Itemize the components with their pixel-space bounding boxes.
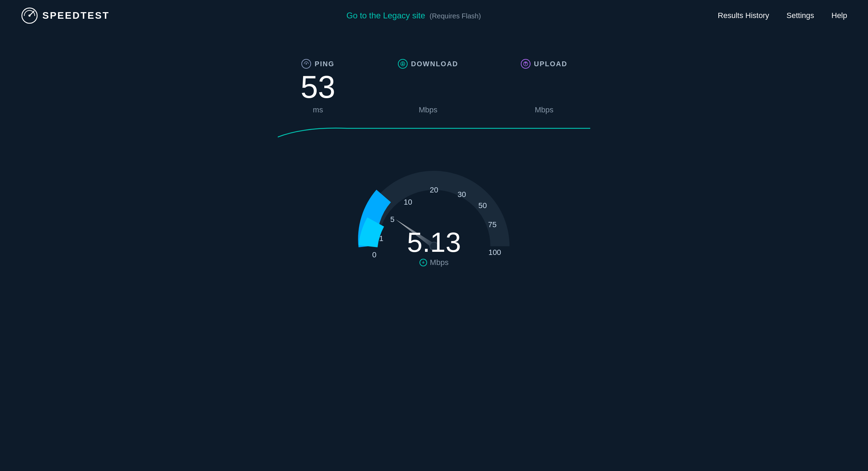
ping-label: PING (301, 59, 334, 69)
download-stat: DOWNLOAD Mbps (398, 59, 458, 114)
download-label: DOWNLOAD (398, 59, 458, 69)
ping-unit: ms (313, 105, 323, 114)
gauge-container: 0 1 5 10 20 30 50 75 100 (347, 139, 521, 284)
svg-text:5: 5 (390, 215, 394, 224)
settings-link[interactable]: Settings (786, 11, 814, 20)
speedtest-logo-icon (21, 7, 38, 24)
logo-text: SPEEDTEST (42, 10, 109, 21)
gauge-center-value: 5.13 Mbps (407, 229, 461, 267)
upload-value (540, 71, 549, 103)
help-link[interactable]: Help (832, 11, 847, 20)
legacy-link[interactable]: Go to the Legacy site (Requires Flash) (347, 11, 481, 20)
logo[interactable]: SPEEDTEST (21, 7, 109, 24)
progress-line-svg (278, 125, 590, 139)
upload-icon (521, 59, 531, 69)
svg-text:10: 10 (404, 198, 412, 206)
ping-value: 53 (301, 71, 335, 103)
svg-text:30: 30 (458, 190, 466, 199)
svg-point-2 (306, 63, 307, 65)
download-value (424, 71, 432, 103)
gauge-unit: Mbps (430, 258, 449, 267)
ping-stat: PING 53 ms (301, 59, 335, 114)
upload-stat: UPLOAD Mbps (521, 59, 567, 114)
gauge-unit-row: Mbps (407, 258, 461, 267)
download-icon (398, 59, 408, 69)
download-unit: Mbps (419, 105, 437, 114)
stats-row: PING 53 ms DOWNLOAD Mbps (301, 59, 568, 114)
svg-text:100: 100 (489, 248, 501, 257)
gauge-download-icon (419, 259, 427, 266)
upload-label: UPLOAD (521, 59, 567, 69)
header-nav: Results History Settings Help (718, 11, 847, 20)
svg-text:20: 20 (430, 186, 438, 194)
svg-text:0: 0 (372, 250, 376, 259)
svg-point-1 (28, 15, 31, 17)
upload-unit: Mbps (535, 105, 553, 114)
ping-icon (301, 59, 311, 69)
progress-line-container (278, 125, 590, 139)
legacy-link-area[interactable]: Go to the Legacy site (Requires Flash) (347, 11, 481, 20)
results-history-link[interactable]: Results History (718, 11, 769, 20)
requires-flash-note: (Requires Flash) (429, 12, 481, 20)
svg-text:50: 50 (478, 201, 487, 210)
svg-text:1: 1 (379, 234, 383, 243)
svg-text:75: 75 (488, 220, 496, 229)
gauge-number: 5.13 (407, 229, 461, 256)
main-content: PING 53 ms DOWNLOAD Mbps (0, 59, 868, 284)
